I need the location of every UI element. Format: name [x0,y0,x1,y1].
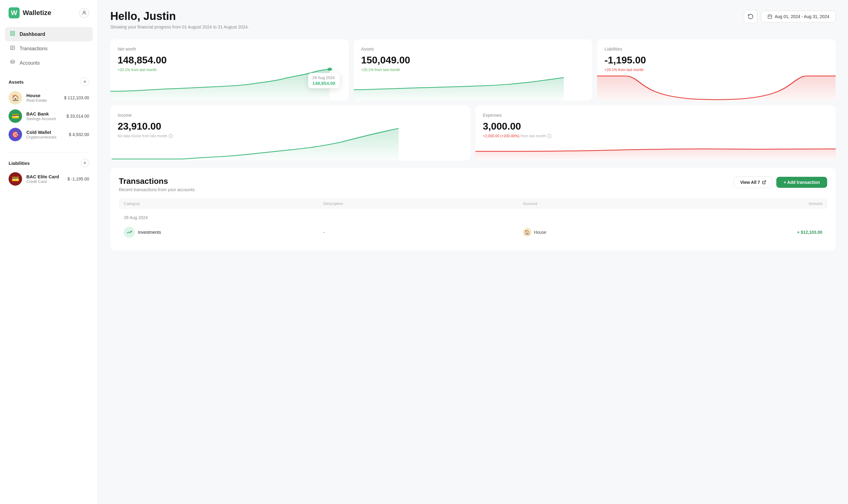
sidebar-item-dashboard[interactable]: Dashboard [5,27,93,41]
add-transaction-button[interactable]: + Add transaction [776,177,827,188]
main-navigation: Dashboard Transactions Accounts [0,27,98,70]
expenses-chart [475,127,836,161]
liabilities-section-header: Liabilities + [8,159,89,167]
category-icon [124,227,135,238]
svg-rect-3 [11,31,12,33]
walletize-logo-icon: W [8,7,20,18]
account-cell-inner: 🏠 House [523,228,722,236]
svg-rect-5 [11,34,12,36]
assets-chart [354,67,593,101]
assets-section-header: Assets + [8,77,89,86]
svg-point-11 [11,60,14,61]
net-worth-card: Net worth 148,854.00 +20.1% from last mo… [110,39,349,101]
tooltip-date: 29 Aug 2024 [312,75,336,80]
view-all-button[interactable]: View All 7 [734,177,773,188]
assets-label: Assets [361,47,585,52]
assets-section: Assets + 🏠 House Real Estate $ 112,103.0… [0,77,98,146]
transactions-table-body: 28 Aug 2024 Investments - 🏠 House [119,211,827,242]
assets-value: 150,049.00 [361,55,585,66]
cold-wallet-amount: $ 4,932.00 [69,132,89,137]
account-house[interactable]: 🏠 House Real Estate $ 112,103.00 [8,91,89,105]
income-label: Income [118,113,463,118]
svg-text:W: W [11,9,17,17]
transaction-date-group: 28 Aug 2024 [119,211,827,222]
account-name-cell: House [534,230,546,235]
income-card: Income 23,910.00 No data found from last… [110,105,471,161]
house-name: House [26,93,60,98]
cold-wallet-info: Cold Wallet Cryptocurrencies [26,130,65,139]
liabilities-chart [597,67,836,101]
calendar-icon [768,14,772,19]
transactions-header: Transactions Recent transactions from yo… [119,177,827,192]
account-bac-elite[interactable]: 💳 BAC Elite Card Credit Card $ -1,195.00 [8,172,89,186]
bac-elite-type: Credit Card [26,179,63,184]
svg-rect-12 [768,15,772,19]
add-asset-button[interactable]: + [80,77,89,86]
cold-wallet-icon: 🎯 [8,128,22,141]
house-type: Real Estate [26,98,60,103]
view-all-label: View All 7 [740,180,760,185]
account-bac-bank[interactable]: 💳 BAC Bank Savings Account $ 33,014.00 [8,109,89,123]
date-range-button[interactable]: Aug 01, 2024 - Aug 31, 2024 [761,11,836,22]
sidebar-item-accounts[interactable]: Accounts [5,56,93,70]
col-account: Account [523,201,722,206]
liabilities-label: Liabilities [605,47,828,52]
transactions-title: Transactions [119,177,196,186]
house-info: House Real Estate [26,93,60,103]
col-category: Category [124,201,323,206]
net-worth-tooltip: 29 Aug 2024 148,854.00 [308,73,340,88]
liabilities-section: Liabilities + 💳 BAC Elite Card Credit Ca… [0,159,98,191]
add-transaction-label: + Add transaction [784,180,820,185]
svg-point-2 [83,11,85,13]
dashboard-icon [10,31,15,38]
house-icon: 🏠 [8,91,22,105]
bac-bank-amount: $ 33,014.00 [67,114,89,119]
transactions-actions: View All 7 + Add transaction [734,177,827,188]
account-cold-wallet[interactable]: 🎯 Cold Wallet Cryptocurrencies $ 4,932.0… [8,128,89,141]
refresh-button[interactable] [744,10,757,23]
sidebar-label-transactions: Transactions [20,46,48,52]
page-header: Hello, Justin Showing your financial pro… [110,10,836,30]
expenses-label: Expenses [483,113,828,118]
table-row[interactable]: Investments - 🏠 House + $12,103.00 [119,222,827,242]
transactions-subtitle: Recent transactions from your accounts. [119,187,196,192]
income-chart [110,127,471,161]
sidebar-label-dashboard: Dashboard [20,32,46,37]
sidebar: W Walletize Dashboard Transactions [0,0,98,504]
external-link-icon [762,180,766,184]
category-cell: Investments [124,227,323,238]
bac-elite-name: BAC Elite Card [26,174,63,179]
cold-wallet-name: Cold Wallet [26,130,65,135]
svg-point-16 [327,68,332,71]
app-name: Walletize [23,9,51,17]
sidebar-item-transactions[interactable]: Transactions [5,41,93,56]
sidebar-label-accounts: Accounts [20,60,40,66]
bac-bank-name: BAC Bank [26,111,62,116]
col-amount: Amount [722,201,822,206]
add-liability-button[interactable]: + [80,159,89,167]
net-worth-value: 148,854.00 [118,55,342,66]
transactions-card: Transactions Recent transactions from yo… [110,168,836,251]
assets-section-title: Assets [8,79,23,85]
table-header: Category Description Account Amount [119,198,827,209]
expenses-card: Expenses 3,000.00 +2,000.00 (+200.00%) f… [475,105,836,161]
main-content: Hello, Justin Showing your financial pro… [98,0,848,504]
svg-line-23 [764,181,765,183]
liabilities-card: Liabilities -1,195.00 +20.1% from last m… [597,39,836,101]
transactions-icon [10,45,15,52]
bac-elite-amount: $ -1,195.00 [67,177,89,181]
svg-rect-4 [13,31,15,33]
stats-grid-top: Net worth 148,854.00 +20.1% from last mo… [110,39,836,101]
category-label: Investments [138,230,161,235]
bac-bank-info: BAC Bank Savings Account [26,111,62,121]
bac-elite-info: BAC Elite Card Credit Card [26,174,63,184]
transactions-title-area: Transactions Recent transactions from yo… [119,177,196,192]
net-worth-label: Net worth [118,47,342,52]
svg-rect-6 [13,34,15,36]
user-profile-icon[interactable] [79,8,89,18]
transaction-date: 28 Aug 2024 [124,215,148,220]
description-cell: - [323,230,523,235]
bac-bank-icon: 💳 [8,109,22,123]
amount-cell: + $12,103.00 [722,230,822,235]
house-amount: $ 112,103.00 [64,95,89,100]
